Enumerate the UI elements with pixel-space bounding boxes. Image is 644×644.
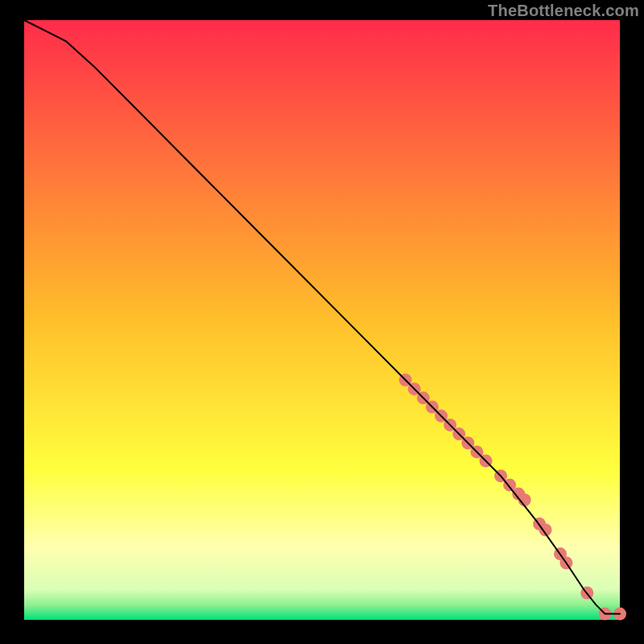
- chart-container: TheBottleneck.com: [0, 0, 644, 644]
- plot-background: [24, 20, 620, 620]
- chart-svg: [0, 0, 644, 644]
